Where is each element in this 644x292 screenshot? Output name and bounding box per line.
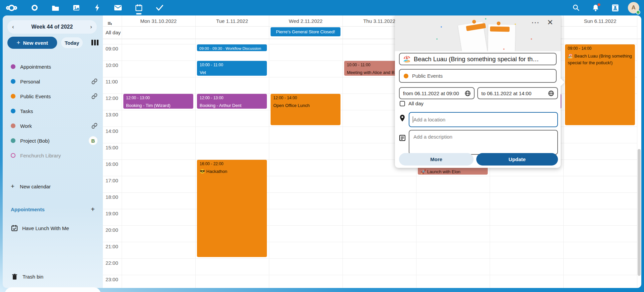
tasks-app-icon[interactable] xyxy=(153,0,166,15)
hour-label: 20:00 xyxy=(106,227,118,233)
talk-app-icon[interactable] xyxy=(28,0,41,15)
hour-gridline xyxy=(103,242,637,242)
all-day-toggle[interactable]: All day xyxy=(400,101,424,106)
share-link-icon[interactable] xyxy=(91,93,97,99)
column-divider xyxy=(637,15,637,288)
share-link-icon[interactable] xyxy=(91,78,97,84)
calendar-check-icon xyxy=(11,225,17,231)
calendar-event[interactable]: 12:00 - 14:00Open Office Lunch xyxy=(271,94,340,125)
close-icon[interactable]: ✕ xyxy=(547,18,553,27)
calendar-event[interactable]: 09:00 - 09:30 - Workflow Discussion xyxy=(197,44,267,51)
hour-label: 21:00 xyxy=(106,244,118,249)
event-time: 09:00 - 14:00 xyxy=(568,45,632,51)
previous-week-button[interactable]: ‹ xyxy=(12,24,14,30)
share-link-icon[interactable] xyxy=(91,123,97,129)
sidebar: ‹ Week 44 of 2022 › + New event Today Ap… xyxy=(3,15,103,288)
timezone-globe-icon[interactable] xyxy=(548,90,554,96)
contacts-icon[interactable] xyxy=(608,0,622,15)
sidebar-calendar-public-events[interactable]: Public Events xyxy=(3,89,103,104)
calendar-name: Work xyxy=(20,123,91,129)
add-appointment-button[interactable]: + xyxy=(91,206,95,213)
all-day-row-label: All day xyxy=(106,30,121,35)
event-time: 12:00 - 13:00 xyxy=(200,95,264,101)
column-divider xyxy=(269,15,269,288)
trash-bin-item[interactable]: Trash bin xyxy=(3,269,103,284)
top-bar: A xyxy=(0,0,644,15)
photos-app-icon[interactable] xyxy=(70,0,83,15)
description-icon xyxy=(399,135,405,141)
update-button[interactable]: Update xyxy=(476,153,558,166)
start-datetime-input[interactable]: from 06.11.2022 at 09:00 xyxy=(399,87,475,99)
appointment-item[interactable]: Have Lunch With Me xyxy=(3,221,103,235)
mail-app-icon[interactable] xyxy=(111,0,125,15)
new-calendar-button[interactable]: + New calendar xyxy=(3,179,103,194)
notifications-bell-icon[interactable] xyxy=(589,0,602,15)
hour-label: 10:00 xyxy=(106,62,118,68)
calendar-event[interactable]: 16:00 - 22:00😎 Hackathon xyxy=(197,160,267,257)
hour-label: 19:00 xyxy=(106,211,118,216)
hour-label: 13:00 xyxy=(106,112,118,117)
column-divider xyxy=(195,15,196,288)
today-button[interactable]: Today xyxy=(61,37,83,48)
day-header: Tue 1.11.2022 xyxy=(195,18,269,24)
sidebar-calendar-work[interactable]: Work xyxy=(3,118,103,133)
week-view-columns-icon[interactable] xyxy=(91,40,98,45)
hour-gridline xyxy=(103,192,637,193)
calendar-event[interactable]: 12:00 - 13:00Booking - Tim (Wizard) xyxy=(123,94,193,109)
day-header: Sun 6.11.2022 xyxy=(563,18,637,24)
avatar-letter: A xyxy=(632,4,636,11)
day-header: Wed 2.11.2022 xyxy=(269,18,343,24)
event-title-input[interactable]: 🏖️ Beach Luau (Bring something special f… xyxy=(399,53,557,65)
sidebar-calendar-tasks[interactable]: Tasks xyxy=(3,104,103,118)
sidebar-calendar-appointments[interactable]: Appointments xyxy=(3,59,103,74)
sidebar-calendar-project-bob-[interactable]: Project (Bob)B xyxy=(3,133,103,148)
event-title: Open Office Lunch xyxy=(273,102,338,109)
files-app-icon[interactable] xyxy=(49,0,62,15)
vertical-scrollbar[interactable] xyxy=(638,149,641,276)
more-actions-icon[interactable]: ··· xyxy=(532,20,540,27)
hour-gridline xyxy=(103,258,637,259)
hour-gridline xyxy=(103,275,637,275)
calendar-name: Personal xyxy=(20,79,91,84)
nextcloud-logo-icon[interactable] xyxy=(6,5,17,11)
activity-app-icon[interactable] xyxy=(90,0,104,15)
hour-gridline xyxy=(103,209,637,209)
hour-label: 18:00 xyxy=(106,194,118,200)
allday-event[interactable]: Pierre's General Store Closed! xyxy=(271,27,340,36)
calendar-color-dot xyxy=(404,74,408,78)
end-datetime-input[interactable]: to 06.11.2022 at 14:00 xyxy=(477,87,558,99)
location-input[interactable]: Add a location xyxy=(409,112,558,127)
timezone-globe-icon[interactable] xyxy=(465,90,471,96)
sidebar-calendar-personal[interactable]: Personal xyxy=(3,74,103,89)
event-title-text: Beach Luau (Bring something special for … xyxy=(414,56,553,63)
all-day-checkbox[interactable] xyxy=(400,101,405,106)
notification-badge xyxy=(598,3,600,6)
calendar-name: Appointments xyxy=(20,64,97,70)
text-cursor xyxy=(413,116,413,123)
calendar-picker-select[interactable]: Public Events xyxy=(399,69,557,83)
gear-icon: ⚙ xyxy=(12,291,17,292)
sidebar-calendar-fenchurch-library[interactable]: Fenchurch Library xyxy=(3,148,103,163)
calendar-color-dot xyxy=(11,94,15,99)
calendar-list: AppointmentsPersonalPublic EventsTasksWo… xyxy=(3,59,103,163)
more-button[interactable]: More xyxy=(399,153,474,166)
event-time: 12:00 - 14:00 xyxy=(273,95,338,101)
plus-icon: + xyxy=(16,39,20,46)
calendar-settings-button[interactable]: ⚙ Calendar settings xyxy=(5,287,101,292)
user-avatar[interactable]: A xyxy=(628,2,639,13)
search-icon[interactable] xyxy=(569,0,583,15)
calendar-event[interactable]: 10:00 - 11:00Vet xyxy=(197,61,267,76)
next-week-button[interactable]: › xyxy=(90,24,92,30)
calendar-app-icon[interactable] xyxy=(132,0,146,15)
appointments-section-header: Appointments + xyxy=(11,206,95,213)
hour-label: 22:00 xyxy=(106,260,118,266)
hour-label: 09:00 xyxy=(106,46,118,51)
calendar-event[interactable]: 12:00 - 13:00Booking - Arthur Dent xyxy=(197,94,267,109)
calendar-color-dot xyxy=(11,138,15,143)
view-menu-icon[interactable]: ≡‹ xyxy=(108,20,112,27)
appointments-heading: Appointments xyxy=(11,207,45,212)
description-input[interactable]: Add a description xyxy=(409,130,558,155)
calendar-event[interactable]: 09:00 - 14:00🏖️ Beach Luau (Bring someth… xyxy=(565,44,635,125)
event-editor-popup: ··· ✕ 🏖️ Beach Luau (Bring something spe… xyxy=(395,15,561,168)
new-event-button[interactable]: + New event xyxy=(7,37,57,49)
